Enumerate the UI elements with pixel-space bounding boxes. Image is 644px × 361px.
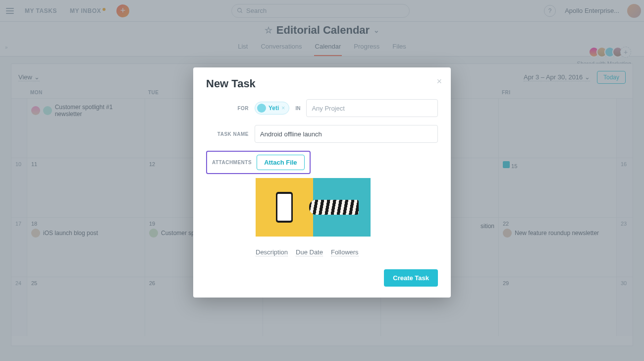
add-due-date-link[interactable]: Due Date (296, 248, 323, 256)
task-name-input[interactable] (255, 125, 438, 143)
meta-links: Description Due Date Followers (256, 248, 438, 256)
remove-assignee-icon[interactable]: × (281, 105, 285, 112)
add-followers-link[interactable]: Followers (331, 248, 359, 256)
attach-file-button[interactable]: Attach File (257, 155, 304, 170)
modal-overlay[interactable]: New Task × FOR Yeti × IN TASK NAME ATTAC… (0, 0, 644, 361)
modal-title: New Task (206, 77, 438, 90)
create-task-button[interactable]: Create Task (384, 269, 438, 287)
task-name-label: TASK NAME (206, 131, 249, 137)
add-description-link[interactable]: Description (256, 248, 288, 256)
attachments-group: ATTACHMENTS Attach File (206, 151, 311, 174)
project-input[interactable] (306, 99, 438, 117)
arm-graphic (309, 200, 359, 215)
new-task-modal: New Task × FOR Yeti × IN TASK NAME ATTAC… (193, 67, 451, 298)
phone-icon (276, 192, 293, 223)
close-icon[interactable]: × (436, 76, 442, 87)
assignee-name: Yeti (268, 105, 279, 112)
assignee-avatar (257, 104, 266, 113)
in-label: IN (295, 106, 300, 111)
assignee-pill[interactable]: Yeti × (255, 102, 289, 115)
attachments-label: ATTACHMENTS (212, 160, 252, 165)
attachment-thumbnail[interactable] (256, 178, 371, 237)
for-label: FOR (206, 106, 249, 111)
